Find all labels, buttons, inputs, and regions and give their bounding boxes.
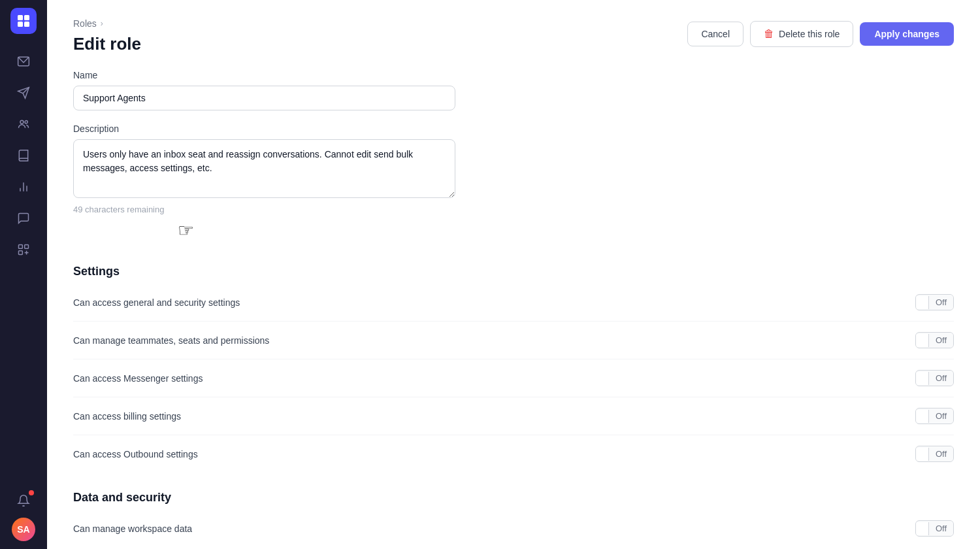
sidebar-item-conversations[interactable] — [9, 204, 38, 233]
sidebar-item-knowledge[interactable] — [9, 141, 38, 170]
breadcrumb-chevron-icon: › — [101, 19, 103, 28]
settings-label-2: Can access Messenger settings — [73, 373, 203, 384]
sidebar-item-contacts[interactable] — [9, 110, 38, 139]
cancel-button[interactable]: Cancel — [687, 22, 743, 46]
toggle-checkbox-3[interactable] — [916, 410, 929, 423]
svg-point-7 — [20, 120, 24, 124]
title-area: Roles › Edit role — [73, 18, 141, 54]
toggle-1[interactable]: Off — [915, 332, 954, 348]
data-security-label-0: Can manage workspace data — [73, 524, 192, 534]
svg-point-8 — [25, 121, 27, 124]
char-remaining-text: 49 characters remaining — [73, 205, 954, 214]
data-security-permissions-list: Can manage workspace data Off — [73, 510, 954, 547]
toggle-4[interactable]: Off — [915, 446, 954, 462]
svg-rect-2 — [18, 22, 23, 27]
name-field-group: Name — [73, 70, 954, 110]
toggle-checkbox-2[interactable] — [916, 372, 929, 385]
settings-label-1: Can manage teammates, seats and permissi… — [73, 335, 269, 346]
apply-changes-button[interactable]: Apply changes — [860, 22, 954, 46]
data-security-toggle-0[interactable]: Off — [915, 520, 954, 537]
toggle-value-1: Off — [929, 333, 953, 348]
avatar[interactable]: SA — [12, 518, 35, 541]
delete-role-label: Delete this role — [779, 29, 840, 39]
toggle-value-0: Off — [929, 295, 953, 310]
svg-rect-14 — [19, 251, 23, 255]
toggle-checkbox-1[interactable] — [916, 334, 929, 347]
settings-label-3: Can access billing settings — [73, 411, 181, 422]
main-content: Roles › Edit role Cancel 🗑 Delete this r… — [47, 0, 980, 549]
description-field-group: Description 49 characters remaining — [73, 124, 954, 214]
name-label: Name — [73, 70, 954, 80]
breadcrumb-roles-link[interactable]: Roles — [73, 18, 97, 29]
data-security-toggle-value-0: Off — [929, 521, 953, 536]
sidebar-item-apps[interactable] — [9, 235, 38, 264]
sidebar-item-notifications[interactable] — [9, 486, 38, 515]
sidebar: SA — [0, 0, 47, 549]
header-actions: Cancel 🗑 Delete this role Apply changes — [687, 18, 954, 47]
toggle-value-3: Off — [929, 408, 953, 424]
settings-row-4: Can access Outbound settings Off — [73, 435, 954, 473]
sidebar-item-outbound[interactable] — [9, 78, 38, 107]
trash-icon: 🗑 — [764, 28, 774, 40]
notification-badge — [29, 490, 34, 495]
description-input[interactable] — [73, 139, 455, 198]
settings-row-1: Can manage teammates, seats and permissi… — [73, 322, 954, 359]
toggle-3[interactable]: Off — [915, 408, 954, 424]
data-security-section-title: Data and security — [73, 491, 954, 505]
settings-section-title: Settings — [73, 265, 954, 278]
breadcrumb: Roles › — [73, 18, 141, 29]
page-title: Edit role — [73, 34, 141, 54]
settings-permissions-list: Can access general and security settings… — [73, 284, 954, 473]
toggle-checkbox-0[interactable] — [916, 296, 929, 309]
toggle-checkbox-4[interactable] — [916, 448, 929, 461]
svg-rect-12 — [19, 245, 23, 249]
sidebar-item-reports[interactable] — [9, 173, 38, 201]
data-security-toggle-checkbox-0[interactable] — [916, 522, 929, 535]
settings-row-0: Can access general and security settings… — [73, 284, 954, 322]
cursor-icon: ☞ — [178, 222, 194, 240]
settings-label-0: Can access general and security settings — [73, 297, 240, 308]
svg-rect-13 — [25, 245, 29, 249]
svg-rect-0 — [18, 15, 23, 20]
svg-rect-1 — [24, 15, 29, 20]
toggle-2[interactable]: Off — [915, 370, 954, 386]
name-input[interactable] — [73, 86, 455, 110]
settings-row-2: Can access Messenger settings Off — [73, 359, 954, 397]
sidebar-item-inbox[interactable] — [9, 47, 38, 76]
toggle-value-2: Off — [929, 371, 953, 386]
delete-role-button[interactable]: 🗑 Delete this role — [750, 21, 853, 47]
settings-row-3: Can access billing settings Off — [73, 397, 954, 435]
top-bar: Roles › Edit role Cancel 🗑 Delete this r… — [73, 18, 954, 54]
settings-label-4: Can access Outbound settings — [73, 449, 198, 459]
description-label: Description — [73, 124, 954, 134]
data-security-row-0: Can manage workspace data Off — [73, 510, 954, 547]
toggle-value-4: Off — [929, 446, 953, 461]
toggle-0[interactable]: Off — [915, 294, 954, 310]
app-logo[interactable] — [10, 8, 37, 34]
svg-rect-3 — [24, 22, 29, 27]
